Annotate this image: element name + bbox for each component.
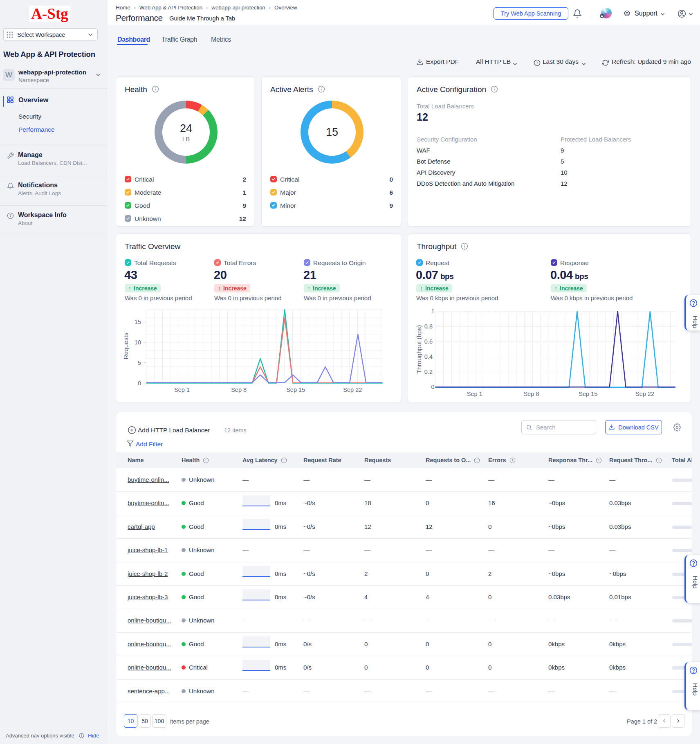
svg-text:Sep 22: Sep 22 [635,391,654,397]
svg-text:0.6: 0.6 [424,338,433,345]
svg-text:1: 1 [431,308,435,315]
svg-text:5: 5 [138,360,141,366]
svg-text:Sep 8: Sep 8 [524,391,539,397]
svg-text:Sep 22: Sep 22 [343,387,362,393]
svg-text:Requests: Requests [122,333,129,360]
svg-text:0.4: 0.4 [424,353,433,360]
svg-text:0.8: 0.8 [424,323,433,330]
svg-text:15: 15 [135,319,141,325]
svg-text:Throughput (bps): Throughput (bps) [415,325,422,374]
svg-text:0: 0 [138,380,141,387]
svg-text:Sep 15: Sep 15 [286,387,305,393]
svg-text:Sep 15: Sep 15 [579,391,597,397]
svg-text:Sep 8: Sep 8 [231,387,247,393]
svg-text:Sep 1: Sep 1 [174,387,190,393]
svg-text:Sep 1: Sep 1 [467,391,482,397]
svg-text:0: 0 [431,384,435,390]
svg-text:10: 10 [135,339,141,346]
svg-text:0.2: 0.2 [424,369,433,375]
